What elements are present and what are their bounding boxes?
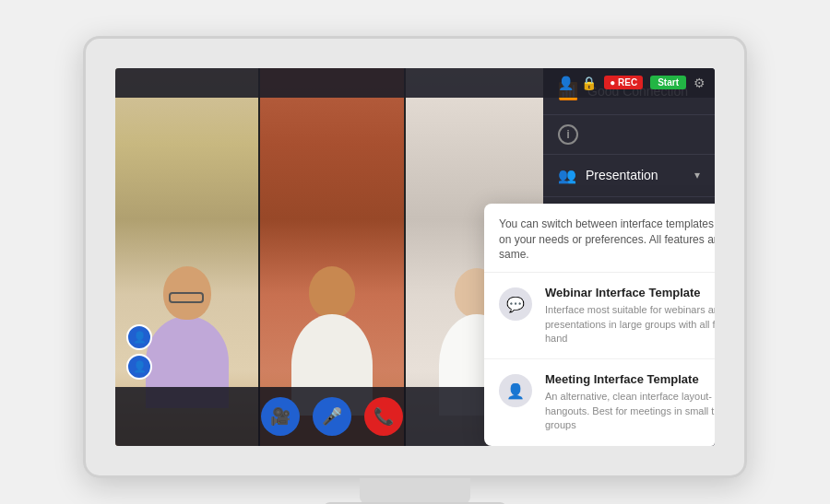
person-icon: 👤 (558, 76, 574, 90)
avatar-dot-2: 👤 (126, 354, 152, 380)
presentation-icon: 👥 (558, 167, 576, 184)
popup-overlay: You can switch between interface templat… (484, 204, 715, 446)
hangup-button[interactable]: 📞 (364, 397, 403, 436)
menu-item-presentation[interactable]: 👥 Presentation ▾ (543, 155, 715, 197)
webinar-title: Webinar Interface Template (545, 286, 715, 299)
popup-item-webinar-content: Webinar Interface Template Interface mos… (545, 286, 715, 346)
rec-badge[interactable]: ● REC (604, 76, 643, 89)
start-button[interactable]: Start (650, 76, 686, 89)
popup-item-meeting[interactable]: 👤 Meeting Interface Template An alternat… (484, 359, 715, 445)
monitor-wrapper: 👤 🔒 ● REC Start ⚙ (18, 8, 812, 497)
participant-1-head (163, 266, 211, 320)
meeting-popup-icon: 👤 (499, 374, 532, 407)
meeting-popup-desc: An alternative, clean interface layout- … (545, 390, 715, 432)
popup-item-webinar[interactable]: 💬 Webinar Interface Template Interface m… (484, 273, 715, 359)
webinar-desc: Interface most suitable for webinars and… (545, 303, 715, 346)
screen-topbar: 👤 🔒 ● REC Start ⚙ (115, 68, 715, 98)
monitor-screen: 👤 🔒 ● REC Start ⚙ (115, 68, 715, 446)
popup-item-meeting-content: Meeting Interface Template An alternativ… (545, 372, 715, 432)
info-icon: i (558, 124, 578, 145)
settings-icon: ⚙ (694, 76, 706, 90)
participant-1-glasses (169, 292, 204, 303)
monitor-stand (360, 478, 470, 504)
lock-icon: 🔒 (581, 76, 597, 90)
monitor: 👤 🔒 ● REC Start ⚙ (83, 36, 747, 478)
presentation-chevron: ▾ (694, 169, 700, 182)
participant-2-head (309, 266, 355, 318)
info-row[interactable]: i (543, 115, 715, 155)
camera-button[interactable]: 🎥 (261, 397, 300, 436)
avatar-indicator: 👤 👤 (126, 324, 152, 380)
meeting-popup-title: Meeting Interface Template (545, 372, 715, 386)
popup-header: You can switch between interface templat… (484, 204, 715, 273)
webinar-icon: 💬 (499, 287, 532, 321)
popup-header-text: You can switch between interface templat… (499, 217, 715, 263)
avatar-dot-1: 👤 (126, 324, 152, 350)
mic-button[interactable]: 🎤 (313, 397, 351, 436)
presentation-label: Presentation (586, 168, 685, 182)
